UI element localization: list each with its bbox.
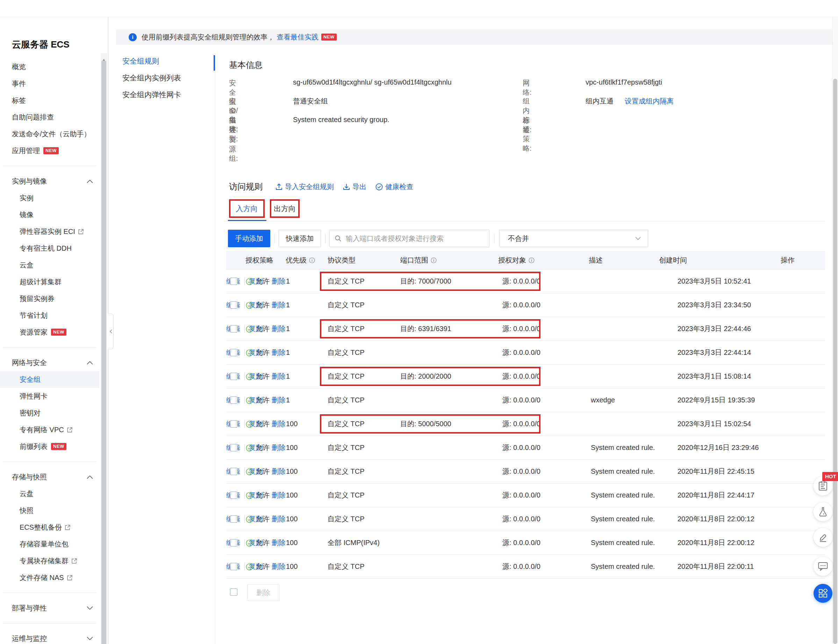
sidebar-item[interactable]: 超级计算集群 (0, 273, 99, 290)
rule-row: 允许1自定义 TCP源: 0.0.0.0/02023年3月3日 23:34:50… (226, 293, 825, 317)
manual-add-button[interactable]: 手动添加 (228, 230, 270, 247)
row-checkbox[interactable] (230, 325, 237, 332)
sidebar-item[interactable]: 网络与安全 (0, 354, 99, 371)
sidebar-item[interactable]: 部署与弹性 (0, 600, 99, 616)
field-value: sg-uf65w0d1f4ltgcxghnlu/ sg-uf65w0d1f4lt… (293, 78, 452, 86)
row-checkbox[interactable] (230, 468, 237, 475)
sidebar-item[interactable]: 专有宿主机 DDH (0, 240, 99, 256)
row-checkbox[interactable] (230, 491, 237, 499)
feedback-float-button[interactable] (813, 528, 832, 547)
select-all-checkbox[interactable] (230, 588, 237, 596)
sidebar-item[interactable]: 弹性容器实例 ECI (0, 223, 99, 240)
delete-link[interactable]: 删除 (272, 562, 286, 571)
lab-float-button[interactable] (813, 503, 832, 521)
batch-delete-button[interactable]: 删除 (247, 584, 279, 601)
delete-link[interactable]: 删除 (272, 443, 286, 452)
sidebar-item[interactable]: 前缀列表NEW (0, 438, 99, 455)
row-checkbox[interactable] (230, 539, 237, 547)
secondary-nav-item[interactable]: 安全组内实例列表 (122, 69, 206, 86)
sidebar-item[interactable]: 快照 (0, 502, 99, 519)
info-icon[interactable] (309, 257, 315, 263)
isolation-setting-link[interactable]: 设置成组内隔离 (625, 97, 674, 106)
row-checkbox[interactable] (230, 278, 237, 285)
action-separator (244, 492, 245, 499)
delete-link[interactable]: 删除 (272, 348, 286, 357)
sidebar-item[interactable]: 专有网络 VPC (0, 421, 99, 438)
sidebar-item[interactable]: 预留实例券 (0, 290, 99, 307)
import-action-link[interactable]: 导入安全组规则 (276, 182, 334, 192)
row-checkbox[interactable] (230, 563, 237, 570)
apps-float-button[interactable] (813, 584, 832, 603)
export-action-link[interactable]: 导出 (343, 182, 366, 192)
secondary-nav-item[interactable]: 安全组内弹性网卡 (122, 86, 206, 103)
health-action-link[interactable]: 健康检查 (375, 182, 413, 192)
tab-inbound[interactable]: 入方向 (229, 199, 265, 218)
sidebar-item[interactable]: 文件存储 NAS (0, 569, 99, 586)
rule-search-box[interactable] (329, 230, 490, 247)
allow-check-icon (246, 278, 253, 287)
cell-port: 目的: 6391/6391 (400, 317, 451, 340)
rule-row: 允许100自定义 TCP源: 0.0.0.0/0System created r… (226, 483, 825, 507)
sidebar-item[interactable]: 运维与监控 (0, 630, 99, 644)
row-checkbox[interactable] (230, 301, 237, 309)
info-icon[interactable] (431, 257, 437, 263)
rule-row: 允许1自定义 TCP源: 0.0.0.0/0wxedge2022年9月15日 1… (226, 388, 825, 412)
sidebar-item[interactable]: 事件 (0, 75, 99, 92)
sidebar-item[interactable]: ECS整机备份 (0, 519, 99, 536)
sidebar-item[interactable]: 自助问题排查 (0, 109, 99, 125)
delete-link[interactable]: 删除 (272, 324, 286, 334)
delete-link[interactable]: 删除 (272, 467, 286, 476)
sidebar-item[interactable]: 弹性网卡 (0, 388, 99, 404)
sidebar-scrollbar-thumb[interactable] (101, 61, 106, 644)
banner-best-practice-link[interactable]: 查看最佳实践 (276, 33, 319, 42)
row-checkbox[interactable] (230, 444, 237, 451)
sidebar-collapse-handle[interactable] (108, 314, 113, 349)
info-icon[interactable] (529, 257, 534, 263)
delete-link[interactable]: 删除 (272, 514, 286, 524)
delete-link[interactable]: 删除 (272, 300, 286, 310)
sidebar-item[interactable]: 镜像 (0, 206, 99, 223)
chat-float-button[interactable] (813, 557, 832, 576)
sidebar-item[interactable]: 存储与快照 (0, 468, 99, 485)
page-scrollbar-thumb[interactable] (833, 79, 837, 644)
cell-protocol: 自定义 TCP (328, 555, 365, 578)
delete-link[interactable]: 删除 (272, 419, 286, 429)
sidebar-item[interactable]: 实例 (0, 189, 99, 206)
field-value: 普通安全组 (293, 97, 328, 106)
sidebar-item[interactable]: 存储容量单位包 (0, 536, 99, 552)
delete-link[interactable]: 删除 (272, 538, 286, 547)
field-label: 标签: (523, 116, 532, 135)
row-checkbox[interactable] (230, 515, 237, 523)
delete-link[interactable]: 删除 (272, 491, 286, 500)
chevron-down-icon (635, 237, 641, 240)
merge-select[interactable]: 不合并 (499, 230, 648, 247)
sidebar-item[interactable]: 云盘 (0, 485, 99, 502)
row-checkbox[interactable] (230, 420, 237, 427)
sidebar-item[interactable]: 应用管理NEW (0, 142, 99, 159)
action-separator (244, 539, 245, 547)
row-checkbox[interactable] (230, 349, 237, 356)
quick-add-button[interactable]: 快速添加 (279, 230, 321, 247)
sidebar-item[interactable]: 云盒 (0, 256, 99, 273)
sidebar-item[interactable]: 安全组 (0, 371, 99, 388)
secondary-nav-item[interactable]: 安全组规则 (122, 53, 206, 69)
cell-priority: 1 (286, 293, 290, 317)
column-header: 操作 (780, 251, 795, 269)
cell-created: 2020年11月8日 22:44:17 (677, 483, 754, 507)
delete-link[interactable]: 删除 (272, 396, 286, 405)
row-checkbox[interactable] (230, 373, 237, 380)
sidebar-item[interactable]: 资源管家NEW (0, 324, 99, 340)
delete-link[interactable]: 删除 (272, 276, 286, 286)
sidebar-item[interactable]: 概览 (0, 58, 99, 75)
sidebar-item[interactable]: 专属块存储集群 (0, 552, 99, 569)
delete-link[interactable]: 删除 (272, 372, 286, 381)
sidebar-item[interactable]: 实例与镜像 (0, 173, 99, 189)
sidebar-item[interactable]: 节省计划 (0, 307, 99, 324)
sidebar-item[interactable]: 发送命令/文件（云助手） (0, 125, 99, 142)
sidebar-item[interactable]: 标签 (0, 92, 99, 109)
rule-search-input[interactable] (345, 234, 479, 243)
sidebar-item[interactable]: 密钥对 (0, 404, 99, 421)
tab-outbound[interactable]: 出方向 (270, 199, 300, 218)
row-checkbox[interactable] (230, 396, 237, 404)
scrollbar-up-arrow-icon[interactable] (102, 55, 105, 58)
